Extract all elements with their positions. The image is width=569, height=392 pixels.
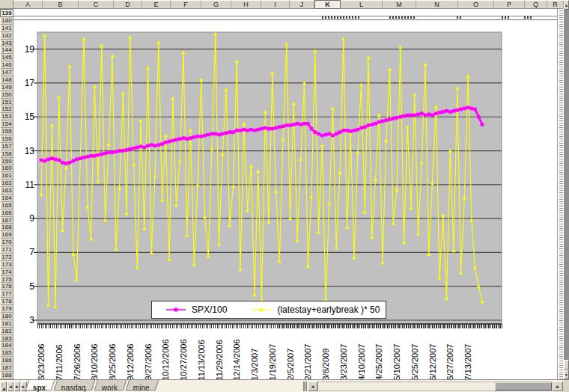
row-header-186[interactable]: 186 — [0, 357, 13, 364]
tab-nav-button-2[interactable]: ► — [14, 382, 20, 391]
column-header-C[interactable]: C — [79, 0, 114, 9]
x-tick-label: 7/26/2006 — [72, 330, 82, 380]
column-header-B[interactable]: B — [43, 0, 79, 9]
row-header-143[interactable]: 143 — [0, 40, 13, 47]
sheet-tab-mine[interactable]: mine — [126, 380, 159, 391]
scroll-left-icon[interactable]: ◄ — [308, 382, 317, 391]
row-header-183[interactable]: 183 — [0, 335, 13, 343]
legend-marker-latestay-icon — [251, 306, 272, 313]
row-header-168[interactable]: 168 — [0, 224, 13, 231]
column-header-J[interactable]: J — [290, 0, 314, 9]
row-header-188[interactable]: 188 — [0, 372, 13, 379]
column-header-F[interactable]: F — [171, 0, 201, 9]
column-header-Q[interactable]: Q — [525, 0, 547, 9]
column-header-R[interactable]: R — [547, 0, 564, 9]
sheet-tab-work[interactable]: work — [94, 380, 127, 391]
column-header-A[interactable]: A — [13, 0, 43, 9]
row-header-181[interactable]: 181 — [0, 320, 13, 328]
row-header-178[interactable]: 178 — [0, 298, 13, 305]
row-header-152[interactable]: 152 — [0, 105, 13, 113]
row-header-171[interactable]: 171 — [0, 246, 13, 254]
x-tick-label: 7/13/2007 — [463, 330, 473, 380]
row-header-170[interactable]: 170 — [0, 239, 13, 246]
sheet-tab-nasdaq[interactable]: nasdaq — [54, 380, 95, 391]
row-header-175[interactable]: 175 — [0, 276, 13, 284]
chart-legend[interactable]: SPX/100 (latestay+earlybreak )* 50 — [151, 301, 386, 319]
column-header-N[interactable]: N — [416, 0, 458, 9]
column-header-M[interactable]: M — [383, 0, 416, 9]
cell-text-remnant — [524, 16, 532, 19]
row-header-166[interactable]: 166 — [0, 209, 13, 217]
tab-nav-button-0[interactable]: |◄ — [1, 382, 7, 391]
legend-item-latestay[interactable]: (latestay+earlybreak )* 50 — [251, 304, 380, 315]
row-header-162[interactable]: 162 — [0, 180, 13, 187]
scroll-track[interactable] — [564, 360, 569, 370]
row-header-151[interactable]: 151 — [0, 99, 13, 106]
legend-label-spx: SPX/100 — [192, 304, 227, 315]
sheet-tab-label: nasdaq — [61, 383, 86, 392]
row-header-172[interactable]: 172 — [0, 254, 13, 261]
row-header-142[interactable]: 142 — [0, 32, 13, 40]
row-header-173[interactable]: 173 — [0, 261, 13, 269]
row-header-185[interactable]: 185 — [0, 349, 13, 357]
x-tick-label: 9/27/2006 — [143, 330, 153, 380]
column-header-O[interactable]: O — [458, 0, 494, 9]
row-header-184[interactable]: 184 — [0, 342, 13, 349]
row-header-150[interactable]: 150 — [0, 91, 13, 99]
row-header-156[interactable]: 156 — [0, 135, 13, 143]
column-header-P[interactable]: P — [494, 0, 525, 9]
row-header-141[interactable]: 141 — [0, 25, 13, 32]
column-header-L[interactable]: L — [341, 0, 383, 9]
row-header-144[interactable]: 144 — [0, 46, 13, 54]
column-header-I[interactable]: I — [261, 0, 290, 9]
x-tick-label: 6/23/2006 — [37, 330, 46, 380]
column-header-G[interactable]: G — [201, 0, 231, 9]
row-header-160[interactable]: 160 — [0, 165, 13, 172]
row-header-187[interactable]: 187 — [0, 364, 13, 372]
horizontal-scroll-thumb[interactable] — [495, 382, 552, 391]
scroll-right-icon[interactable]: ► — [553, 382, 563, 391]
row-header-146[interactable]: 146 — [0, 61, 13, 69]
column-header-K[interactable]: K — [314, 0, 341, 9]
scroll-down-icon[interactable]: ▼ — [564, 370, 569, 379]
row-header-180[interactable]: 180 — [0, 313, 13, 320]
column-header-H[interactable]: H — [231, 0, 261, 9]
row-header-149[interactable]: 149 — [0, 84, 13, 91]
scroll-up-icon[interactable]: ▲ — [564, 0, 569, 10]
row-header-153[interactable]: 153 — [0, 113, 13, 120]
row-header-155[interactable]: 155 — [0, 128, 13, 135]
x-tick-label: 6/27/2007 — [445, 330, 455, 380]
row-header-139[interactable]: 139 — [0, 9, 13, 17]
row-header-179[interactable]: 179 — [0, 305, 13, 313]
row-header-164[interactable]: 164 — [0, 195, 13, 202]
row-header-159[interactable]: 159 — [0, 158, 13, 165]
horizontal-scrollbar[interactable] — [317, 382, 553, 391]
chart-plot-area[interactable] — [37, 32, 502, 325]
row-header-177[interactable]: 177 — [0, 290, 13, 298]
row-header-145[interactable]: 145 — [0, 54, 13, 61]
row-header-169[interactable]: 169 — [0, 231, 13, 239]
row-header-165[interactable]: 165 — [0, 202, 13, 209]
row-header-163[interactable]: 163 — [0, 187, 13, 195]
row-header-154[interactable]: 154 — [0, 120, 13, 128]
row-header-174[interactable]: 174 — [0, 269, 13, 276]
row-header-148[interactable]: 148 — [0, 76, 13, 84]
x-tick-label: 10/12/2006 — [161, 330, 171, 380]
row-header-140[interactable]: 140 — [0, 17, 13, 25]
row-header-176[interactable]: 176 — [0, 283, 13, 290]
row-header-167[interactable]: 167 — [0, 217, 13, 224]
sheet-tab-spx[interactable]: spx — [25, 380, 55, 391]
column-header-D[interactable]: D — [114, 0, 142, 9]
select-all-corner[interactable] — [0, 0, 13, 9]
vertical-scrollbar[interactable]: ▲ ▼ — [564, 0, 569, 379]
legend-item-spx[interactable]: SPX/100 — [165, 304, 227, 315]
tab-split-handle[interactable] — [303, 382, 307, 391]
y-tick-label-19: 19 — [18, 44, 34, 55]
column-header-E[interactable]: E — [142, 0, 171, 9]
row-header-147[interactable]: 147 — [0, 69, 13, 76]
tab-nav-button-1[interactable]: ◄ — [7, 382, 13, 391]
row-header-158[interactable]: 158 — [0, 150, 13, 158]
row-header-182[interactable]: 182 — [0, 328, 13, 335]
row-header-161[interactable]: 161 — [0, 172, 13, 180]
row-header-157[interactable]: 157 — [0, 143, 13, 150]
